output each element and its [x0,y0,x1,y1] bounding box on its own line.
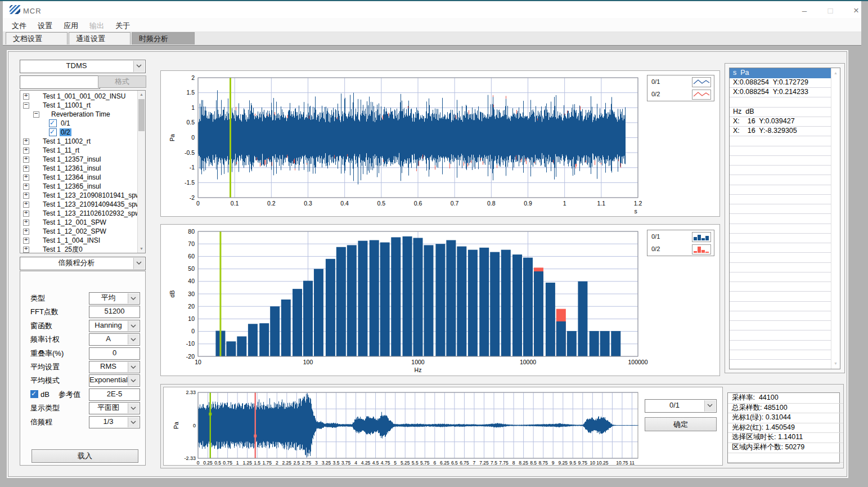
svg-text:0.2: 0.2 [267,200,276,207]
form-select-3[interactable]: Hanning [89,320,140,332]
tree-item[interactable]: +Test 1_12357_insul [20,155,145,164]
tab-2[interactable]: 通道设置 [69,32,131,44]
tab-3[interactable]: 时频分析 [132,32,195,44]
expand-icon[interactable]: + [23,138,29,145]
tree-item[interactable]: +Test 1_11_rt [20,146,145,155]
svg-text:10.75: 10.75 [616,460,628,465]
overview-channel-select[interactable]: 0/1 [645,399,717,413]
form-select-1[interactable]: 平均 [89,292,140,305]
format-button[interactable]: 格式 [98,75,146,88]
menu-item-2[interactable]: 设置 [34,20,56,32]
tree-item[interactable]: +Test 1_25度0 [20,245,145,253]
scroll-down-arrow[interactable]: ▼ [138,245,145,253]
scroll-up-arrow[interactable]: ▲ [831,69,840,77]
time-chart-legend: 0/10/2 [647,75,714,101]
tree-item[interactable]: −Test 1_11001_rt [20,101,145,110]
legend-row: 0/1 [647,76,714,88]
tree-item[interactable]: +Test 1_12_002_SPW [20,227,145,236]
form-input-2[interactable]: 51200 [89,306,140,318]
expand-icon[interactable]: + [23,229,29,235]
cursor-list-row [730,301,834,311]
cursor-list-row: X: 16 Y:0.039427 [730,117,834,127]
expand-icon[interactable]: + [23,157,29,163]
form-row-label: 重叠率(%) [30,347,64,359]
overview-waveform-chart[interactable]: 00.250.50.7511.251.51.7522.252.52.7533.2… [164,387,722,465]
time-waveform-chart[interactable]: 00.10.20.30.40.50.60.70.80.911.11.2-2-1.… [161,71,719,216]
tree-item[interactable]: +Test 1_001_001_002_INSU [20,92,145,101]
tree-item[interactable]: +Test 1_12364_insul [20,173,145,182]
tree-item-label: Reverberation Time [50,110,111,118]
third-octave-chart[interactable]: 10100100010000100000-20-1001020304050607… [161,225,719,376]
form-select-10[interactable]: 1/3 [89,416,140,428]
cursor-list-scrollbar[interactable]: ▲▼ [831,68,840,369]
svg-text:20: 20 [188,303,195,310]
scroll-up-arrow[interactable]: ▲ [138,91,145,99]
maximize-button[interactable]: □ [822,6,839,16]
form-select-9[interactable]: 平面图 [89,402,140,414]
svg-text:0.9: 0.9 [524,200,532,207]
expand-icon[interactable]: + [23,193,29,199]
tree-item[interactable]: +Test 1_12365_insul [20,182,145,191]
expand-icon[interactable]: + [23,166,29,172]
analysis-select[interactable]: 倍频程分析 [20,257,146,270]
svg-text:0.6: 0.6 [414,200,422,207]
svg-text:11: 11 [629,460,635,465]
expand-icon[interactable]: + [23,247,29,253]
chevron-down-icon [133,61,145,72]
tab-1[interactable]: 文档设置 [6,32,68,44]
menu-item-1[interactable]: 文件 [8,20,30,32]
tree-scrollbar[interactable]: ▲▼ [137,91,145,253]
chevron-down-icon [128,403,139,413]
expand-icon[interactable]: + [23,202,29,208]
tree-checkbox[interactable]: ✓ [49,128,57,136]
db-checkbox[interactable]: ✓ [30,390,38,398]
expand-icon[interactable]: + [23,184,29,190]
svg-text:2.25: 2.25 [282,460,292,465]
expand-icon[interactable]: + [23,238,29,244]
form-select-7[interactable]: Exponential [89,374,140,387]
format-select[interactable]: TDMS [20,60,146,73]
expand-icon[interactable]: + [23,211,29,217]
tree-checkbox[interactable]: ✓ [49,119,57,127]
scroll-down-arrow[interactable]: ▼ [831,360,840,368]
expand-icon[interactable]: + [23,175,29,181]
confirm-button[interactable]: 确定 [645,417,717,431]
cursor-values-list[interactable]: s PaX:0.088254 Y:0.172729X:0.088254 Y:0.… [729,68,840,369]
tree-item[interactable]: +Test 1_12361_insul [20,164,145,173]
tree-item[interactable]: +Test 1_11002_rt [20,137,145,146]
collapse-icon[interactable]: − [23,102,29,109]
tree-item[interactable]: +Test 1_1_004_INSI [20,236,145,245]
file-tree[interactable]: +Test 1_001_001_002_INSU−Test 1_11001_rt… [20,90,146,253]
menu-item-5[interactable]: 关于 [112,20,133,32]
menu-item-4[interactable]: 输出 [86,20,107,32]
svg-text:-20: -20 [186,353,195,360]
tree-item[interactable]: +Test 1_12_001_SPW [20,218,145,227]
form-row-label: 显示类型 [30,402,60,414]
collapse-icon[interactable]: − [33,111,39,118]
form-select-4[interactable]: A [89,333,140,346]
cursor-list-row [730,194,834,204]
minimize-button[interactable]: – [796,6,813,16]
form-input-5[interactable]: 0 [89,347,140,360]
filter-input[interactable] [20,75,100,89]
form-select-6[interactable]: RMS [89,361,140,373]
tree-item[interactable]: −Reverberation Time [20,110,145,119]
tree-item[interactable]: ✓0/2 [20,128,145,137]
scroll-thumb[interactable] [138,99,145,131]
menu-item-3[interactable]: 应用 [60,20,82,32]
tree-item[interactable]: +Test 1_123_210914094435_spw [20,200,145,209]
expand-icon[interactable]: + [23,148,29,154]
cursor-list-row [730,359,834,369]
form-input-8[interactable]: 2E-5 [89,388,140,401]
tree-item[interactable]: +Test 1_123_210908101941_spw [20,191,145,200]
close-button[interactable]: × [848,6,865,16]
expand-icon[interactable]: + [23,93,29,100]
svg-text:9: 9 [552,460,555,465]
svg-text:s: s [634,208,637,215]
tree-item[interactable]: +Test 1_123_211026102932_spw [20,209,145,218]
load-button[interactable]: 载入 [32,449,138,463]
tree-item-label: Test 1_12_001_SPW [42,218,107,226]
tabbar: 文档设置通道设置时频分析 [3,32,861,46]
expand-icon[interactable]: + [23,220,29,226]
tree-item[interactable]: ✓0/1 [20,119,145,128]
